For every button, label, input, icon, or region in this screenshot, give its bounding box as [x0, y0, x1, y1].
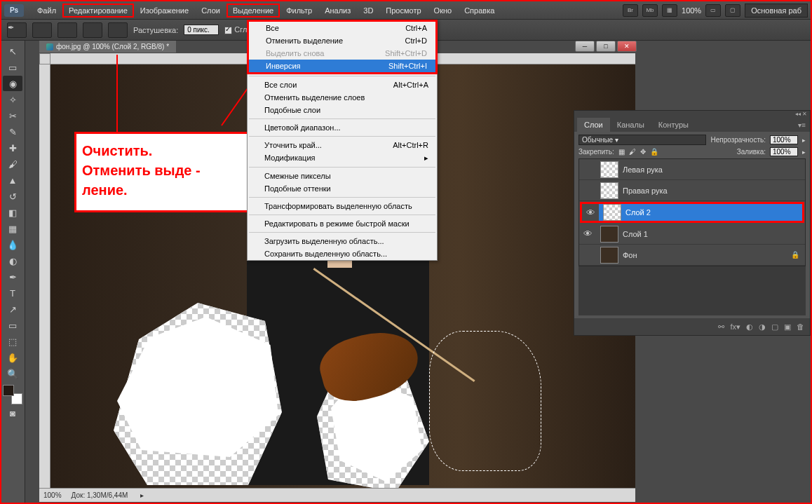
opacity-input[interactable]: 100% [770, 135, 798, 144]
layer-row[interactable]: Фон🔒 [579, 245, 805, 266]
selection-mode-new-icon[interactable] [32, 22, 52, 38]
lock-all-icon[interactable]: 🔒 [650, 148, 658, 156]
window-close-icon[interactable]: ✕ [617, 41, 637, 52]
menu-item-уточнить-край-[interactable]: Уточнить край...Alt+Ctrl+R [248, 139, 437, 151]
ruler-vertical[interactable] [39, 64, 50, 488]
workspace-switcher[interactable]: Основная раб [745, 4, 808, 18]
menu-item-все[interactable]: ВсеCtrl+A [249, 22, 435, 34]
marquee-tool-icon[interactable]: ▭ [3, 60, 22, 75]
menu-item-все-слои[interactable]: Все слоиAlt+Ctrl+A [248, 79, 437, 91]
menu-item-загрузить-выделенную-область-[interactable]: Загрузить выделенную область... [248, 235, 437, 247]
menu-item-смежные-пикселы[interactable]: Смежные пикселы [248, 170, 437, 182]
quickmask-icon[interactable]: ◙ [3, 405, 22, 421]
shape-tool-icon[interactable]: ▭ [3, 318, 22, 333]
layer-visibility-icon[interactable]: 👁 [579, 229, 596, 239]
blend-mode-select[interactable]: Обычные ▾ [578, 135, 706, 145]
view-extras-icon[interactable]: ▦ [662, 4, 677, 17]
menu-item-сохранить-выделенную-область-[interactable]: Сохранить выделенную область... [248, 247, 437, 260]
layer-thumbnail[interactable] [600, 182, 618, 199]
menu-item-модификация[interactable]: Модификация▸ [248, 151, 437, 165]
lock-image-icon[interactable]: 🖌 [629, 148, 636, 156]
menu-item-отменить-выделение-слоев[interactable]: Отменить выделение слоев [248, 91, 437, 104]
selection-mode-intersect-icon[interactable] [108, 22, 128, 38]
blur-tool-icon[interactable]: 💧 [3, 237, 22, 252]
color-swatches[interactable] [3, 385, 22, 404]
document-tab[interactable]: фон.jpg @ 100% (Слой 2, RGB/8) * [39, 41, 176, 53]
hand-tool-icon[interactable]: ✋ [3, 350, 22, 365]
brush-tool-icon[interactable]: 🖌 [3, 156, 22, 172]
tab-layers[interactable]: Слои [577, 118, 610, 132]
selection-mode-add-icon[interactable] [57, 22, 77, 38]
layer-thumbnail[interactable] [603, 204, 621, 221]
window-maximize-icon[interactable]: □ [596, 41, 616, 52]
new-layer-icon[interactable]: ▣ [784, 322, 791, 332]
layer-name[interactable]: Левая рука [623, 165, 663, 174]
delete-layer-icon[interactable]: 🗑 [797, 322, 804, 331]
menu-image[interactable]: Изображение [134, 4, 195, 18]
antialias-checkbox[interactable] [224, 27, 232, 34]
layer-name[interactable]: Правая рука [623, 186, 668, 195]
menu-filter[interactable]: Фильтр [280, 4, 318, 18]
menu-window[interactable]: Окно [428, 4, 459, 18]
menu-file[interactable]: Файл [31, 4, 62, 18]
layer-visibility-icon[interactable]: 👁 [582, 207, 599, 218]
arrange-icon[interactable]: ▭ [705, 4, 721, 17]
layer-thumbnail[interactable] [600, 247, 618, 264]
tab-channels[interactable]: Каналы [610, 118, 651, 132]
status-docsize[interactable]: Док: 1,30M/6,44M [72, 491, 128, 499]
menu-layers[interactable]: Слои [195, 4, 226, 18]
ruler-origin[interactable] [39, 53, 50, 64]
bridge-icon[interactable]: Br [623, 4, 638, 17]
layer-group-icon[interactable]: ▢ [771, 322, 778, 332]
layer-name[interactable]: Слой 2 [625, 208, 651, 217]
type-tool-icon[interactable]: T [3, 285, 22, 301]
fill-input[interactable]: 100% [770, 147, 798, 156]
menu-item-подобные-слои[interactable]: Подобные слои [248, 104, 437, 116]
layer-name[interactable]: Фон [623, 251, 637, 259]
layer-name[interactable]: Слой 1 [623, 230, 648, 238]
foreground-color-swatch[interactable] [3, 385, 14, 396]
layer-mask-icon[interactable]: ◐ [746, 322, 753, 332]
gradient-tool-icon[interactable]: ▦ [3, 221, 22, 236]
menu-3d[interactable]: 3D [357, 4, 379, 18]
crop-tool-icon[interactable]: ✂ [3, 108, 22, 123]
status-zoom[interactable]: 100% [43, 491, 62, 499]
menu-item-инверсия[interactable]: ИнверсияShift+Ctrl+I [249, 60, 435, 72]
layer-row[interactable]: 👁Слой 2 [580, 202, 804, 223]
panel-close-icon[interactable]: ✕ [802, 111, 807, 117]
current-tool-icon[interactable]: ✒ [7, 22, 27, 38]
panel-menu-icon[interactable]: ▾≡ [794, 118, 810, 132]
layer-thumbnail[interactable] [600, 161, 618, 178]
stamp-tool-icon[interactable]: ▲ [3, 172, 22, 188]
pen-tool-icon[interactable]: ✒ [3, 269, 22, 285]
history-brush-tool-icon[interactable]: ↺ [3, 189, 22, 204]
layer-row[interactable]: Правая рука [579, 180, 805, 201]
menu-view[interactable]: Просмотр [379, 4, 427, 18]
lock-transparency-icon[interactable]: ▦ [618, 148, 625, 156]
menu-item-цветовой-диапазон-[interactable]: Цветовой диапазон... [248, 121, 437, 134]
menu-help[interactable]: Справка [458, 4, 501, 18]
lock-position-icon[interactable]: ✥ [640, 148, 646, 156]
wand-tool-icon[interactable]: ✧ [3, 92, 22, 107]
panel-collapse-icon[interactable]: ◂◂ [795, 111, 801, 117]
link-layers-icon[interactable]: ⚯ [718, 322, 724, 332]
menu-item-редактировать-в-режиме-быстрой-маски[interactable]: Редактировать в режиме быстрой маски [248, 217, 437, 230]
menu-edit[interactable]: Редактирование [62, 4, 134, 18]
zoom-tool-icon[interactable]: 🔍 [3, 366, 22, 381]
layer-row[interactable]: 👁Слой 1 [579, 224, 805, 245]
layer-row[interactable]: Левая рука [579, 159, 805, 180]
feather-input[interactable]: 0 пикс. [184, 25, 219, 35]
3d-tool-icon[interactable]: ⬚ [3, 334, 22, 349]
layer-thumbnail[interactable] [600, 226, 618, 243]
move-tool-icon[interactable]: ↖ [3, 43, 22, 59]
menu-item-отменить-выделение[interactable]: Отменить выделениеCtrl+D [249, 34, 435, 47]
menu-select[interactable]: Выделение [226, 4, 280, 18]
menu-item-подобные-оттенки[interactable]: Подобные оттенки [248, 182, 437, 195]
menu-item-трансформировать-выделенную-область[interactable]: Трансформировать выделенную область [248, 200, 437, 212]
screen-mode-icon[interactable]: ▢ [725, 4, 740, 17]
selection-mode-subtract-icon[interactable] [83, 22, 102, 38]
zoom-level[interactable]: 100% [682, 6, 701, 15]
minibridge-icon[interactable]: Mb [642, 4, 658, 17]
path-tool-icon[interactable]: ↗ [3, 301, 22, 317]
healing-tool-icon[interactable]: ✚ [3, 140, 22, 156]
